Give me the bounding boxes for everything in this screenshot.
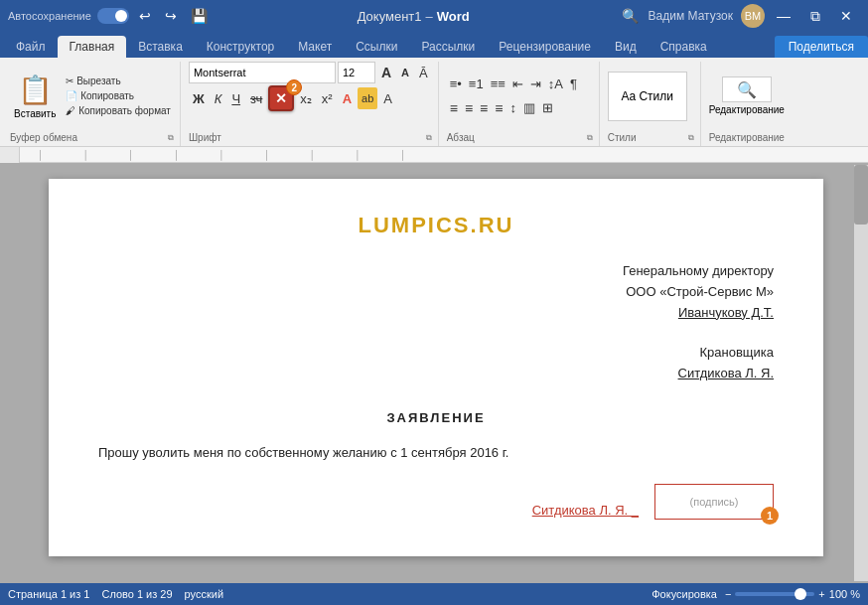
close-button[interactable]: ✕ <box>832 7 860 25</box>
shrink-font-button[interactable]: A <box>397 62 413 83</box>
styles-expand-icon[interactable]: ⧉ <box>688 133 694 143</box>
document-title: ЗАЯВЛЕНИЕ <box>98 408 774 428</box>
autosave-label: Автосохранение <box>8 10 91 22</box>
format-painter-button[interactable]: 🖌 Копировать формат <box>63 104 174 117</box>
tab-review[interactable]: Рецензирование <box>487 36 603 58</box>
justify-button[interactable]: ≡ <box>492 97 506 119</box>
editing-group: 🔍 Редактирование Редактирование <box>703 62 791 146</box>
word-count: Слово 1 из 29 <box>101 588 172 600</box>
increase-indent-button[interactable]: ⇥ <box>527 74 544 95</box>
tab-view[interactable]: Вид <box>603 36 649 58</box>
undo-button[interactable]: ↩ <box>135 6 155 26</box>
clipboard-expand-icon[interactable]: ⧉ <box>168 133 174 143</box>
marks-button[interactable]: ¶ <box>567 74 580 95</box>
align-right-button[interactable]: ≡ <box>477 97 491 119</box>
recipient-block: Генеральному директору ООО «Строй-Сервис… <box>98 261 774 323</box>
copy-button[interactable]: 📄 Копировать <box>63 89 174 102</box>
search-button[interactable]: 🔍 <box>616 6 645 26</box>
document-name: Документ1 <box>358 9 422 24</box>
font-row-2: Ж К Ч зч ✕ 2 x₂ x² A ab A <box>189 85 432 111</box>
align-center-button[interactable]: ≡ <box>462 97 476 119</box>
strikethrough-button[interactable]: зч <box>246 87 266 109</box>
styles-box[interactable]: Aa Стили <box>608 72 687 121</box>
font-row-1: A A Ā <box>189 62 432 83</box>
restore-button[interactable]: ⧉ <box>802 7 828 25</box>
status-right: Фокусировка − + 100 % <box>651 588 860 600</box>
font-label: Шрифт <box>189 130 221 146</box>
shading-button[interactable]: ▥ <box>520 97 538 119</box>
paste-button[interactable]: 📋 Вставить <box>10 72 60 121</box>
zoom-level: 100 % <box>829 588 860 600</box>
page-info: Страница 1 из 1 <box>8 588 89 600</box>
italic-button[interactable]: К <box>211 87 226 109</box>
save-button[interactable]: 💾 <box>187 6 212 26</box>
font-expand-icon[interactable]: ⧉ <box>426 133 432 143</box>
multilevel-button[interactable]: ≡≡ <box>488 74 508 95</box>
tab-references[interactable]: Ссылки <box>344 36 409 58</box>
share-button[interactable]: Поделиться <box>775 36 868 58</box>
font-family-input[interactable] <box>189 62 336 83</box>
align-left-button[interactable]: ≡ <box>447 97 461 119</box>
minimize-button[interactable]: — <box>769 7 798 25</box>
tab-mailings[interactable]: Рассылки <box>409 36 487 58</box>
tab-file[interactable]: Файл <box>4 36 58 58</box>
document-body[interactable]: Прошу уволить меня по собственному желан… <box>98 443 774 464</box>
scroll-gutter-left <box>0 163 20 583</box>
editing-search-button[interactable]: 🔍 <box>722 76 772 102</box>
bold-button[interactable]: Ж <box>189 87 209 109</box>
paragraph-content: ≡• ≡1 ≡≡ ⇤ ⇥ ↕A ¶ ≡ ≡ ≡ ≡ ↕ ▥ ⊞ <box>447 62 593 130</box>
underline-button[interactable]: Ч <box>227 87 244 109</box>
scrollbar-track[interactable] <box>854 165 868 581</box>
styles-content: Aa Стили <box>608 62 694 130</box>
signature-row: Ситдикова Л. Я. _ (подпись) 1 <box>98 484 774 520</box>
highlight-button[interactable]: ab <box>358 87 377 109</box>
paragraph-expand-icon[interactable]: ⧉ <box>587 133 593 143</box>
bullets-button[interactable]: ≡• <box>447 74 465 95</box>
ruler-container: │ │ │ │ │ │ │ │ │ <box>0 147 868 163</box>
borders-button[interactable]: ⊞ <box>539 97 556 119</box>
ruler: │ │ │ │ │ │ │ │ │ <box>20 147 868 163</box>
editing-content: 🔍 Редактирование <box>709 62 785 130</box>
autosave-toggle[interactable] <box>97 8 129 24</box>
title-bar-right: 🔍 Вадим Матузок ВМ — ⧉ ✕ <box>616 4 860 28</box>
from-line-2: Ситдикова Л. Я. <box>98 364 774 384</box>
badge-1: 1 <box>761 507 779 525</box>
decrease-indent-button[interactable]: ⇤ <box>509 74 526 95</box>
zoom-track[interactable] <box>735 592 814 596</box>
paragraph-label: Абзац <box>447 130 475 146</box>
tab-insert[interactable]: Вставка <box>126 36 195 58</box>
clear-format-button[interactable]: Ā <box>415 62 432 83</box>
zoom-minus-icon[interactable]: − <box>725 588 731 600</box>
redo-button[interactable]: ↪ <box>161 6 181 26</box>
zoom-plus-icon[interactable]: + <box>818 588 824 600</box>
superscript-button[interactable]: x² <box>318 87 337 109</box>
paste-icon: 📋 <box>18 74 53 106</box>
font-size-input[interactable] <box>338 62 375 83</box>
to-line-2: ООО «Строй-Сервис М» <box>98 282 774 303</box>
tab-home[interactable]: Главная <box>58 36 127 58</box>
document-viewport[interactable]: LUMPICS.RU Генеральному директору ООО «С… <box>20 163 852 583</box>
font-color-a-button[interactable]: A <box>379 87 396 109</box>
scrollbar-thumb[interactable] <box>854 165 868 225</box>
ruler-corner <box>0 147 20 163</box>
sort-button[interactable]: ↕A <box>545 74 566 95</box>
numbering-button[interactable]: ≡1 <box>466 74 487 95</box>
focus-mode[interactable]: Фокусировка <box>651 588 717 600</box>
font-label-row: Шрифт ⧉ <box>189 130 432 146</box>
zoom-thumb <box>795 588 806 600</box>
font-rows: A A Ā Ж К Ч зч ✕ 2 x₂ x² A ab A <box>189 62 432 130</box>
font-group: A A Ā Ж К Ч зч ✕ 2 x₂ x² A ab A Шрифт <box>183 62 439 146</box>
scroll-gutter-right <box>852 163 868 583</box>
grow-font-button[interactable]: A <box>377 62 395 83</box>
line-spacing-button[interactable]: ↕ <box>506 97 519 119</box>
tab-layout[interactable]: Макет <box>286 36 344 58</box>
font-color-button[interactable]: A <box>339 87 356 109</box>
clipboard-right: ✂ Вырезать 📄 Копировать 🖌 Копировать фор… <box>63 75 174 117</box>
title-bar-left: Автосохранение ↩ ↪ 💾 <box>8 6 212 26</box>
ribbon-tabs: Файл Главная Вставка Конструктор Макет С… <box>0 32 868 58</box>
clipboard-group: 📋 Вставить ✂ Вырезать 📄 Копировать 🖌 Коп… <box>4 62 181 146</box>
tab-help[interactable]: Справка <box>649 36 719 58</box>
zoom-slider[interactable]: − + 100 % <box>725 588 860 600</box>
cut-button[interactable]: ✂ Вырезать <box>63 75 174 87</box>
tab-design[interactable]: Конструктор <box>195 36 286 58</box>
